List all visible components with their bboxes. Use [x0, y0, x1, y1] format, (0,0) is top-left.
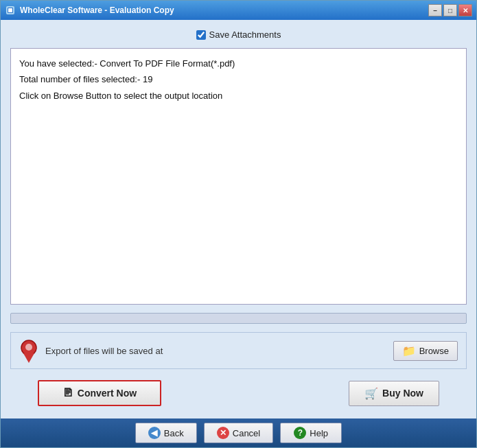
info-line-1: You have selected:- Convert To PDF File … — [19, 56, 458, 71]
browse-label: Export of files will be saved at — [45, 346, 386, 356]
save-attachments-row: Save Attachments — [10, 27, 467, 43]
folder-icon: 📁 — [402, 344, 416, 357]
main-content: Save Attachments You have selected:- Con… — [1, 20, 476, 418]
cancel-button-label: Cancel — [233, 428, 260, 438]
help-button-label: Help — [310, 428, 328, 438]
minimize-button[interactable]: – — [428, 4, 442, 16]
back-icon: ◀ — [148, 427, 161, 439]
location-pin-icon — [19, 338, 38, 363]
window-title: WholeClear Software - Evaluation Copy — [20, 5, 428, 15]
help-button[interactable]: ? Help — [280, 423, 342, 443]
help-icon: ? — [294, 427, 306, 439]
cancel-icon: ✕ — [217, 427, 229, 439]
svg-rect-2 — [8, 8, 12, 12]
cart-icon: 🛒 — [364, 387, 378, 400]
progress-track — [10, 313, 467, 324]
buy-button-label: Buy Now — [382, 388, 423, 399]
info-box: You have selected:- Convert To PDF File … — [10, 48, 467, 305]
progress-area — [10, 310, 467, 327]
back-button-label: Back — [164, 428, 184, 438]
app-icon — [5, 5, 16, 16]
browse-row: Export of files will be saved at 📁 Brows… — [10, 332, 467, 369]
svg-point-4 — [25, 344, 32, 351]
browse-button[interactable]: 📁 Browse — [393, 341, 458, 361]
window-controls: – □ ✕ — [428, 4, 472, 16]
cancel-button[interactable]: ✕ Cancel — [204, 423, 273, 443]
save-attachments-label[interactable]: Save Attachments — [209, 30, 281, 40]
info-line-2: Total number of files selected:- 19 — [19, 71, 458, 87]
convert-now-button[interactable]: 🖹 Convert Now — [38, 380, 161, 406]
convert-icon: 🖹 — [62, 387, 73, 399]
svg-marker-5 — [23, 353, 34, 363]
titlebar: WholeClear Software - Evaluation Copy – … — [1, 1, 476, 20]
browse-button-label: Browse — [419, 346, 449, 356]
bottom-bar: ◀ Back ✕ Cancel ? Help — [1, 418, 476, 447]
close-button[interactable]: ✕ — [458, 4, 472, 16]
maximize-button[interactable]: □ — [443, 4, 457, 16]
main-window: WholeClear Software - Evaluation Copy – … — [0, 0, 477, 448]
info-line-3: Click on Browse Button to select the out… — [19, 88, 458, 104]
save-attachments-checkbox-container[interactable]: Save Attachments — [196, 30, 281, 40]
buy-now-button[interactable]: 🛒 Buy Now — [349, 381, 439, 406]
action-row: 🖹 Convert Now 🛒 Buy Now — [10, 375, 467, 412]
convert-button-label: Convert Now — [78, 388, 137, 399]
save-attachments-checkbox[interactable] — [196, 30, 206, 40]
back-button[interactable]: ◀ Back — [135, 423, 197, 443]
